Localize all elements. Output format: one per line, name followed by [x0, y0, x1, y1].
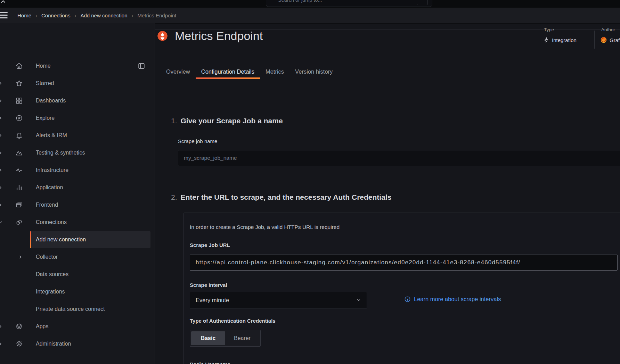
scrape-intervals-link[interactable]: Learn more about scrape intervals — [404, 296, 501, 303]
sidebar-item-private-data-source-connect[interactable]: Private data source connect — [0, 300, 155, 318]
chevron-right-icon — [0, 167, 3, 173]
scrape-job-url-input[interactable] — [190, 255, 618, 271]
section-2-heading: 2. Enter the URL to scrape, and the nece… — [171, 193, 391, 201]
bar-chart-icon — [15, 184, 23, 191]
sidebar-item-alerts-irm[interactable]: Alerts & IRM — [0, 127, 155, 144]
tab-bar: Overview Configuration Details Metrics V… — [161, 65, 338, 79]
menu-toggle-button[interactable] — [0, 12, 8, 19]
tab-overview[interactable]: Overview — [161, 65, 196, 79]
meta-type-value: Integration — [543, 37, 577, 43]
scrape-interval-label: Scrape Interval — [190, 282, 227, 288]
dashboards-icon — [15, 97, 23, 105]
bell-icon — [15, 132, 23, 139]
auth-option-bearer[interactable]: Bearer — [225, 331, 259, 345]
tab-bar-divider — [155, 79, 620, 79]
mountain-icon — [15, 149, 23, 157]
home-icon — [15, 62, 23, 70]
auth-type-toggle: Basic Bearer — [190, 330, 261, 347]
breadcrumb-metrics-endpoint: Metrics Endpoint — [138, 13, 177, 18]
breadcrumb-separator: › — [132, 13, 133, 18]
breadcrumb: Home › Connections › Add new connection … — [17, 8, 176, 23]
tab-configuration-details[interactable]: Configuration Details — [196, 65, 260, 79]
chevron-down-icon — [356, 298, 361, 303]
prometheus-icon — [157, 31, 168, 41]
sidebar-item-dashboards[interactable]: Dashboards — [0, 92, 155, 109]
scrape-interval-select[interactable]: Every minute — [190, 292, 367, 308]
chevron-right-icon — [0, 185, 3, 190]
breadcrumb-separator: › — [35, 13, 37, 18]
sidebar-item-starred[interactable]: Starred — [0, 75, 155, 92]
section-2-number: 2. — [171, 193, 177, 201]
explore-icon — [15, 114, 23, 122]
sidebar-item-connections[interactable]: Connections — [0, 214, 155, 231]
chevron-right-icon — [0, 324, 3, 329]
chevron-right-icon — [0, 115, 3, 121]
chevron-right-icon — [18, 255, 23, 259]
meta-author-label: Author — [601, 26, 615, 33]
sidebar: Home Starred Dashboards Explore Alerts &… — [0, 23, 155, 364]
scrape-interval-value: Every minute — [196, 297, 229, 304]
browser-icon — [15, 201, 23, 209]
section-1-number: 1. — [171, 117, 177, 125]
chevron-right-icon — [0, 341, 3, 347]
auth-option-basic[interactable]: Basic — [191, 331, 225, 345]
grafana-app: Search or jump to... Home › Connections … — [0, 0, 620, 364]
scrape-job-name-label: Scrape job name — [178, 138, 217, 144]
sidebar-item-infrastructure[interactable]: Infrastructure — [0, 162, 155, 179]
scrape-job-url-label: Scrape Job URL — [190, 242, 230, 248]
sidebar-item-testing-synthetics[interactable]: Testing & synthetics — [0, 144, 155, 162]
breadcrumb-connections[interactable]: Connections — [41, 13, 70, 18]
sidebar-item-collector[interactable]: Collector — [0, 248, 155, 266]
search-shortcut-badge — [417, 0, 428, 5]
sidebar-item-explore[interactable]: Explore — [0, 109, 155, 127]
sidebar-item-administration[interactable]: Administration — [0, 335, 155, 353]
menu-icon — [0, 12, 8, 13]
basic-username-label-clipped: Basic Username — [190, 361, 294, 364]
section-2-title: Enter the URL to scrape, and the necessa… — [181, 193, 392, 201]
chevron-right-icon — [0, 150, 3, 156]
collapse-sidebar-icon[interactable] — [138, 62, 145, 70]
sidebar-item-apps[interactable]: Apps — [0, 318, 155, 335]
sidebar-item-home[interactable]: Home — [0, 57, 155, 75]
chevron-up-icon — [0, 0, 7, 6]
sidebar-item-frontend[interactable]: Frontend — [0, 196, 155, 214]
url-required-note: In order to create a Scrape Job, a valid… — [190, 224, 340, 230]
chevron-right-icon — [0, 98, 3, 104]
sidebar-item-integrations[interactable]: Integrations — [0, 283, 155, 300]
chevron-right-icon — [0, 133, 3, 138]
breadcrumb-add-new-connection[interactable]: Add new connection — [80, 13, 127, 18]
auth-type-label: Type of Authentication Credentials — [190, 318, 276, 324]
tab-metrics[interactable]: Metrics — [260, 65, 289, 79]
activity-icon — [15, 166, 23, 174]
chevron-right-icon — [0, 81, 3, 86]
section-1-heading: 1. Give your Scrape Job a name — [171, 117, 283, 125]
chevron-down-icon — [0, 220, 3, 225]
sidebar-item-add-new-connection[interactable]: Add new connection — [0, 231, 155, 248]
layers-icon — [15, 323, 23, 330]
search-input[interactable]: Search or jump to... — [266, 0, 432, 7]
meta-author-value: Grafana — [600, 36, 620, 43]
gear-icon — [15, 340, 23, 348]
breadcrumb-separator: › — [74, 13, 76, 18]
meta-divider — [594, 31, 595, 49]
star-icon — [15, 80, 23, 87]
connections-icon — [15, 218, 23, 226]
breadcrumb-home[interactable]: Home — [17, 13, 31, 18]
sidebar-item-data-sources[interactable]: Data sources — [0, 266, 155, 283]
scrape-intervals-link-text: Learn more about scrape intervals — [414, 296, 501, 303]
grafana-icon — [600, 36, 607, 43]
tab-version-history[interactable]: Version history — [289, 65, 338, 79]
section-1-title: Give your Scrape Job a name — [181, 117, 283, 125]
sidebar-item-application[interactable]: Application — [0, 179, 155, 196]
info-icon — [404, 296, 411, 303]
lightning-icon — [543, 37, 549, 43]
search-placeholder: Search or jump to... — [278, 0, 322, 3]
page-title: Metrics Endpoint — [175, 29, 263, 43]
breadcrumb-bar: Home › Connections › Add new connection … — [0, 8, 620, 24]
scrape-job-name-input[interactable] — [178, 150, 620, 166]
meta-type-label: Type — [544, 26, 554, 33]
chevron-right-icon — [0, 202, 3, 208]
